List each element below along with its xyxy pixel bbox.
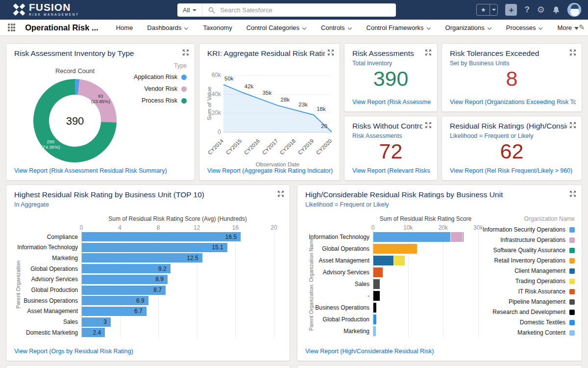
- card-metric-risk-assessments: Risk AssessmentsTotal Inventory390View R…: [344, 43, 438, 112]
- metric-value: 390: [344, 68, 437, 89]
- global-search[interactable]: All: [177, 3, 396, 17]
- nav-item-label: Control Frameworks: [367, 24, 424, 31]
- view-report-link[interactable]: View Report (Orgs by Residual Risk Ratin…: [14, 348, 133, 355]
- chart-title: Record Count: [26, 67, 124, 75]
- card-subtitle: In Aggregate: [14, 201, 49, 208]
- bar-segment: [373, 256, 394, 265]
- legend-swatch: [569, 258, 575, 263]
- legend-swatch: [569, 279, 575, 284]
- card-metric-risk-tolerances-exceeded: Risk Tolerances ExceededSet by Business …: [441, 43, 582, 112]
- nav-item-control-frameworks[interactable]: Control Frameworks: [367, 24, 431, 31]
- expand-icon[interactable]: [569, 49, 576, 56]
- bar-segment: [373, 326, 376, 336]
- search-input[interactable]: [219, 6, 366, 14]
- search-icon: [208, 7, 215, 14]
- x-tick-label: 16: [228, 224, 243, 231]
- legend-item: Retail Inventory Operations: [483, 257, 575, 264]
- card-metric-risks-without-controls: Risks Without ControlsRisk Assessments72…: [344, 116, 438, 181]
- legend-label: IT Risk Assurance: [518, 288, 565, 295]
- nav-item-home[interactable]: Home: [116, 24, 133, 31]
- view-report-link[interactable]: View Report (Relevant Risks with…: [352, 167, 431, 174]
- nav-item-control-categories[interactable]: Control Categories: [246, 24, 307, 31]
- bar-value-label: 6.7: [82, 308, 143, 315]
- legend-swatch: [569, 299, 575, 305]
- chevron-down-icon: [184, 24, 189, 31]
- gridline: [274, 231, 274, 338]
- nav-item-label: Dashboards: [147, 24, 181, 31]
- favorites-star-button[interactable]: ★: [476, 4, 490, 16]
- gridline: [478, 231, 479, 337]
- user-avatar[interactable]: [567, 3, 581, 17]
- view-report-link[interactable]: View Report (Rel Risk Frequent/Likely > …: [450, 167, 572, 174]
- x-tick-label: 20k: [436, 224, 450, 231]
- y-axis-title: Sum of Value: [206, 75, 212, 132]
- bar-segment: [373, 315, 377, 324]
- legend-label: Software Quality Assurance: [493, 247, 565, 254]
- legend-item: Marketing Content: [483, 329, 575, 336]
- help-icon[interactable]: ?: [524, 5, 529, 15]
- view-report-link[interactable]: View Report (Risk Assessment Residual Ri…: [14, 167, 167, 174]
- nav-item-label: Organizations: [445, 24, 485, 31]
- nav-item-organizations[interactable]: Organizations: [445, 24, 492, 31]
- nav-item-dashboards[interactable]: Dashboards: [147, 24, 189, 31]
- legend-item: Application Risk: [134, 74, 187, 80]
- search-scope-dropdown[interactable]: All: [177, 3, 202, 17]
- x-tick-label: 8: [151, 224, 166, 231]
- global-actions-plus-button[interactable]: +: [505, 4, 517, 16]
- setup-gear-icon[interactable]: ⚙: [537, 4, 545, 15]
- legend-title: Type: [134, 62, 187, 69]
- edit-pencil-icon[interactable]: ✎: [579, 23, 585, 32]
- legend-label: Trading Operations: [515, 278, 565, 285]
- nav-item-controls[interactable]: Controls: [321, 24, 352, 31]
- notifications-bell-icon[interactable]: [552, 6, 560, 14]
- view-report-link[interactable]: View Report (Risk Assessment Re…: [352, 99, 431, 105]
- nav-item-processes[interactable]: Processes: [506, 24, 543, 31]
- legend-item: Pipeline Management: [483, 298, 575, 305]
- nav-item-label: Home: [116, 24, 133, 31]
- point-label: 23k: [298, 102, 308, 107]
- metric-value: 72: [344, 141, 437, 162]
- legend-item: Infrastructure Operations: [483, 237, 575, 243]
- axis-title: Sum of Residual Risk Rating Score (Avg) …: [81, 215, 274, 222]
- nav-item-more[interactable]: More: [557, 24, 579, 31]
- bar-value-label: 12.5: [82, 255, 198, 262]
- view-report-link[interactable]: View Report (High/Considerable Residual …: [305, 348, 434, 355]
- expand-icon[interactable]: [569, 122, 576, 129]
- fusion-logo: FUSION RISK MANAGEMENT: [13, 2, 79, 17]
- nav-item-label: Control Categories: [246, 24, 299, 31]
- nav-item-taxonomy[interactable]: Taxonomy: [203, 24, 232, 31]
- legend-item: Process Risk: [134, 97, 187, 104]
- expand-icon[interactable]: [425, 122, 432, 129]
- expand-icon[interactable]: [182, 49, 189, 56]
- partial-card: [297, 365, 582, 368]
- legend-item: Vendor Risk: [134, 85, 187, 92]
- expand-icon[interactable]: [569, 190, 576, 197]
- legend-item: Software Quality Assurance: [483, 247, 575, 254]
- bar-segment: [394, 256, 406, 265]
- card-high-considerable-by-business-unit: High/Considerable Residual Risk Ratings …: [297, 184, 582, 361]
- app-launcher-icon[interactable]: [8, 24, 15, 31]
- expand-icon[interactable]: [425, 49, 432, 56]
- nav-item-label: More: [557, 24, 572, 31]
- view-report-link[interactable]: View Report (Organizations Exceeding Ris…: [450, 99, 576, 105]
- legend-item: Research and Development: [483, 309, 575, 315]
- bar-value-label: 15.1: [82, 244, 223, 251]
- card-subtitle: Likelihood = Frequent or Likely: [450, 132, 534, 139]
- expand-icon[interactable]: [277, 190, 284, 197]
- view-report-link[interactable]: View Report (Aggregate Risk Rating Indic…: [207, 167, 333, 174]
- favorites-dropdown-button[interactable]: [490, 4, 498, 16]
- slice-label: 93 (23.85%): [82, 93, 119, 105]
- bar-segment: [373, 232, 451, 242]
- bar-segment: [373, 303, 377, 313]
- bar-value-label: 2.4: [82, 329, 101, 336]
- bar-segment: [451, 232, 463, 242]
- x-tick-label: 4: [113, 224, 127, 231]
- card-title: Risk Tolerances Exceeded: [450, 49, 567, 58]
- card-subtitle: Total Inventory: [352, 60, 392, 67]
- search-scope-value: All: [183, 6, 190, 14]
- bar-value-label: 8.9: [82, 276, 164, 283]
- legend-swatch: [569, 330, 575, 336]
- expand-icon[interactable]: [327, 49, 334, 56]
- legend-label: Domestic Textiles: [520, 319, 565, 326]
- x-axis-title: Observation Date: [223, 161, 332, 167]
